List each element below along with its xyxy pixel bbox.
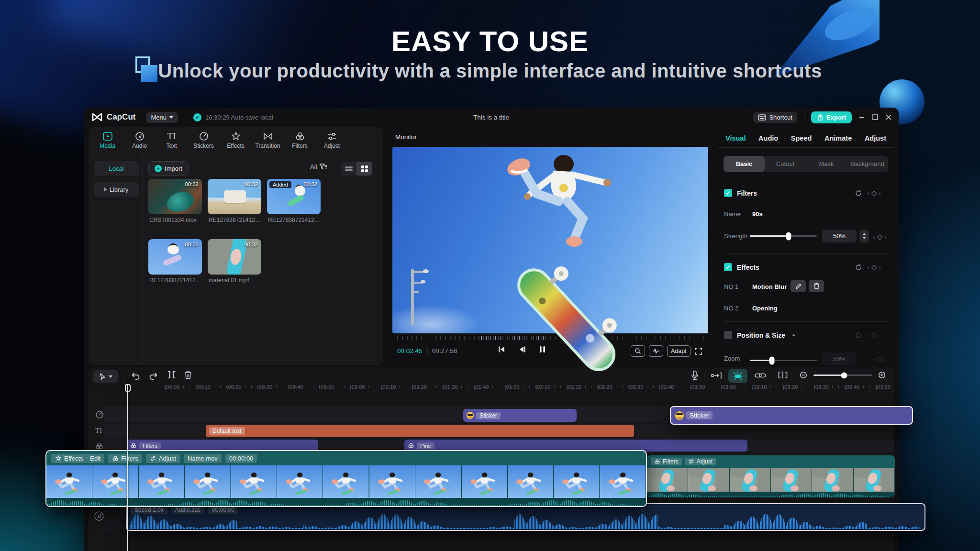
tab-text[interactable]: TI Text (156, 127, 188, 154)
sticker-clip-label: Sticker (686, 411, 713, 419)
media-item-thumbnail[interactable]: 00:32 (208, 179, 261, 214)
ruler-label: |01:20 (412, 384, 427, 390)
position-size-checkbox[interactable]: ✓ (724, 331, 732, 339)
voiceover-mic-button[interactable] (690, 370, 699, 381)
effects-checkbox[interactable]: ✓ (724, 263, 732, 271)
keyframe-diamond-icon[interactable]: ◇ (871, 189, 877, 198)
ruler-label: |01:00 (350, 384, 366, 390)
ruler-label: |03:30 (814, 384, 829, 390)
fullscreen-button[interactable] (694, 347, 702, 355)
tab-animate[interactable]: Animate (824, 134, 852, 142)
clip-badge-adjust: Adjust (697, 458, 713, 465)
shortcut-button[interactable]: Shortcut (753, 112, 797, 123)
grid-view-button[interactable] (356, 162, 372, 176)
tab-audio-inspector[interactable]: Audio (758, 134, 778, 142)
filter-all-control[interactable]: All (310, 163, 327, 170)
delete-button[interactable] (184, 371, 192, 379)
zoom-keyframe-control[interactable]: ‹◇› (873, 355, 887, 364)
list-view-button[interactable] (341, 162, 356, 176)
timeline-ruler[interactable]: |00:00|00:10|00:20|00:30|00:40|00:50|01:… (89, 383, 894, 394)
source-label: Local (109, 165, 123, 172)
clip-badge-filters: Filters (121, 455, 138, 462)
titlebar: CapCut Menu ✓ 16:30:29 Auto save local T… (84, 108, 899, 127)
tab-transition[interactable]: Transition (252, 127, 284, 154)
filters-keyframe-control[interactable]: ‹◇› (867, 189, 881, 198)
slider-knob[interactable] (841, 372, 847, 378)
import-button[interactable]: + Import (148, 161, 189, 176)
strength-stepper[interactable] (859, 230, 869, 242)
sticker-clip-2-selected[interactable]: Sticker (670, 406, 913, 425)
filters-icon (112, 455, 119, 462)
zoom-slider[interactable] (750, 360, 817, 361)
main-video-clip-selected[interactable]: Effects – Edit Filters Adjust Name.mov (45, 450, 647, 507)
menu-button[interactable]: Menu (146, 112, 178, 123)
reset-icon[interactable] (855, 264, 862, 271)
tab-adjust[interactable]: Adjust (316, 127, 348, 154)
subtab-background[interactable]: Background (847, 156, 888, 172)
edit-effect-button[interactable] (791, 280, 806, 292)
effects-keyframe-control[interactable]: ‹◇› (867, 263, 881, 272)
position-keyframe-control[interactable]: ‹◇› (867, 331, 881, 340)
subtab-mask[interactable]: Mask (806, 156, 847, 172)
playhead-line[interactable] (127, 384, 128, 551)
stepper-down-icon[interactable] (862, 237, 866, 239)
strength-slider[interactable] (750, 235, 817, 237)
export-button[interactable]: Export (811, 111, 852, 123)
collapse-icon[interactable] (792, 334, 796, 336)
media-item-thumbnail[interactable]: 00:32 (208, 239, 261, 275)
close-button[interactable] (885, 114, 892, 121)
sticker-clip-1[interactable]: Sticker (463, 409, 577, 422)
source-local-button[interactable]: Local (94, 161, 139, 176)
filter-track-icon (95, 442, 104, 450)
tab-filters[interactable]: Filters (284, 127, 316, 154)
text-clip[interactable]: Default text (206, 425, 634, 437)
reset-icon[interactable] (855, 189, 862, 197)
filters-checkbox[interactable]: ✓ (724, 189, 732, 197)
split-button[interactable]: ][ (167, 371, 176, 379)
tab-effects[interactable]: Effects (220, 127, 252, 154)
maximize-button[interactable] (872, 114, 879, 121)
media-item-thumbnail[interactable]: Added 00:32 (267, 179, 321, 214)
slider-knob[interactable] (769, 356, 775, 364)
adapt-dropdown[interactable]: Adapt (667, 345, 690, 357)
tab-adjust-inspector[interactable]: Adjust (865, 134, 886, 142)
inspector-divider (718, 147, 894, 148)
hero-title: EASY TO USE (0, 25, 980, 58)
timeline-zoom-out-button[interactable] (800, 371, 808, 380)
media-item-thumbnail[interactable]: 00:32 (148, 179, 202, 214)
preview-quality-button[interactable] (649, 345, 663, 357)
redo-button[interactable] (149, 371, 158, 380)
strength-keyframe-control[interactable]: ‹◇› (873, 232, 887, 241)
timeline-zoom-slider[interactable] (813, 375, 872, 376)
subtab-basic[interactable]: Basic (724, 156, 765, 172)
delete-effect-button[interactable] (809, 280, 824, 292)
linkage-button[interactable] (755, 372, 766, 379)
undo-button[interactable] (131, 371, 140, 380)
tab-visual[interactable]: Visual (725, 134, 746, 142)
reset-icon[interactable] (855, 331, 862, 339)
timeline-zoom-in-button[interactable] (878, 371, 887, 380)
strength-value-box[interactable]: 50% (822, 230, 857, 242)
auto-snap-button-active[interactable] (728, 369, 747, 383)
tab-audio[interactable]: Audio (123, 127, 156, 154)
select-tool-button[interactable] (93, 370, 118, 383)
tab-media[interactable]: Media (91, 127, 123, 154)
ruler-label: |00:30 (257, 384, 273, 390)
audio-clip[interactable]: Speed 2.0x Audio.aac 00:00:00 (126, 503, 925, 531)
tab-stickers[interactable]: Stickers (188, 127, 220, 154)
second-video-clip[interactable]: Filters Adjust (647, 455, 895, 497)
tab-speed[interactable]: Speed (791, 134, 812, 142)
preview-axis-button[interactable] (778, 371, 788, 379)
magnetic-main-track-button[interactable] (711, 372, 722, 379)
export-label: Export (826, 114, 846, 121)
slider-knob[interactable] (786, 232, 791, 240)
media-item-thumbnail[interactable]: 00:32 (148, 239, 202, 275)
minimize-button[interactable] (858, 114, 865, 121)
duration-badge: 00:32 (185, 242, 199, 247)
duration-badge: 00:32 (244, 242, 258, 247)
stepper-up-icon[interactable] (862, 233, 866, 235)
source-library-button[interactable]: Library (94, 182, 139, 197)
subtab-cutout[interactable]: Cutout (765, 156, 806, 172)
zoom-value-box[interactable]: 50% (822, 353, 857, 365)
snap-icon (732, 371, 744, 381)
